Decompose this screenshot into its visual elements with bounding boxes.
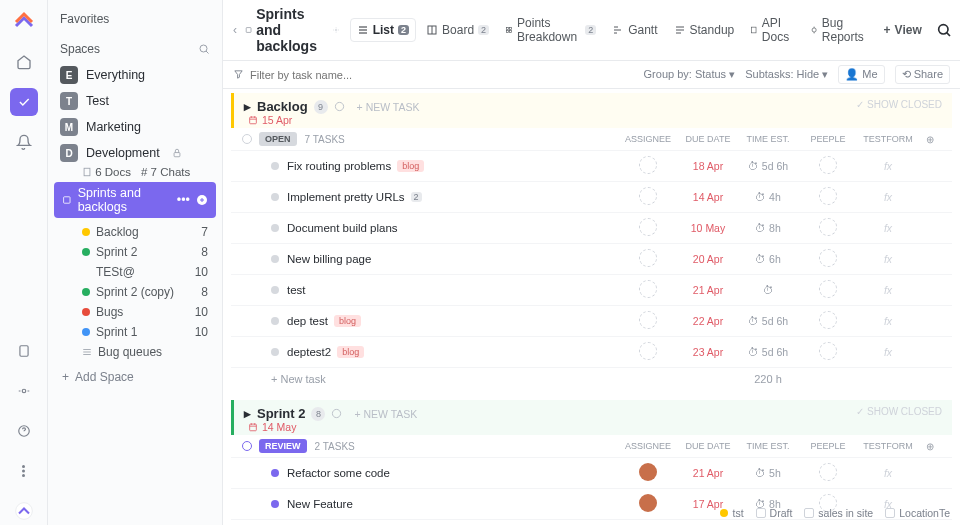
home-icon[interactable] — [10, 48, 38, 76]
space-marketing[interactable]: MMarketing — [54, 114, 216, 140]
svg-rect-19 — [752, 27, 756, 33]
task-row[interactable]: Fix routing problemsblog18 Apr⏱ 5d 6hfx — [231, 150, 952, 181]
svg-point-24 — [243, 135, 252, 144]
svg-point-27 — [243, 442, 252, 451]
new-task-row[interactable]: + New task13 h — [231, 519, 952, 525]
plus-icon — [196, 194, 208, 206]
svg-point-1 — [22, 389, 26, 393]
add-column-icon[interactable]: ⊕ — [918, 134, 942, 145]
backlog-date: 15 Apr — [244, 114, 942, 126]
svg-rect-16 — [510, 27, 512, 29]
task-row[interactable]: test21 Apr⏱fx — [231, 274, 952, 305]
svg-rect-10 — [64, 197, 70, 203]
list-item[interactable]: Sprint 28 — [54, 242, 216, 262]
chip-tst[interactable]: tst — [720, 507, 743, 519]
doc-icon[interactable] — [10, 337, 38, 365]
group-header: OPEN 7 TASKS ASSIGNEE DUE DATE TIME EST.… — [231, 128, 952, 150]
svg-point-22 — [335, 102, 343, 110]
space-development[interactable]: DDevelopment — [54, 140, 216, 166]
sidebar: Favorites Spaces EEverything TTest MMark… — [48, 0, 223, 525]
svg-rect-0 — [19, 346, 27, 357]
svg-point-21 — [938, 25, 947, 34]
filter-input[interactable] — [250, 69, 644, 81]
main: ‹ Sprints and backlogs List2 Board2 Poin… — [223, 0, 960, 525]
svg-point-5 — [22, 474, 25, 477]
me-button[interactable]: 👤 Me — [838, 65, 884, 84]
list-item[interactable]: Sprint 110 — [54, 322, 216, 342]
view-bugs[interactable]: Bug Reports — [804, 12, 874, 48]
add-space-button[interactable]: + Add Space — [54, 362, 216, 392]
svg-rect-18 — [510, 31, 512, 33]
task-row[interactable]: Implement pretty URLs214 Apr⏱ 4hfx — [231, 181, 952, 212]
more-icon: ••• — [177, 193, 190, 207]
chip-sales[interactable]: sales in site — [804, 507, 873, 519]
view-board[interactable]: Board2 — [420, 19, 495, 41]
app-icon[interactable] — [10, 497, 38, 525]
logo-icon — [10, 8, 38, 36]
filter-icon[interactable] — [233, 69, 244, 80]
svg-point-3 — [22, 465, 25, 468]
content: ▸Backlog9+ NEW TASK ✓ SHOW CLOSED 15 Apr… — [223, 89, 960, 525]
svg-rect-23 — [250, 117, 257, 124]
task-row[interactable]: dep testblog22 Apr⏱ 5d 6hfx — [231, 305, 952, 336]
view-points[interactable]: Points Breakdown2 — [499, 12, 602, 48]
subtasks-toggle[interactable]: Subtasks: Hide ▾ — [745, 68, 828, 81]
svg-rect-9 — [84, 168, 90, 176]
docs-chats[interactable]: 6 Docs # 7 Chats — [54, 166, 216, 178]
gear-icon — [333, 24, 339, 36]
collapse-icon[interactable]: ‹ — [233, 23, 237, 37]
svg-point-4 — [22, 470, 25, 473]
task-row[interactable]: deptest2blog23 Apr⏱ 5d 6hfx — [231, 336, 952, 367]
space-test[interactable]: TTest — [54, 88, 216, 114]
task-row[interactable]: New billing page20 Apr⏱ 6hfx — [231, 243, 952, 274]
add-column-icon[interactable]: ⊕ — [918, 441, 942, 452]
view-standup[interactable]: Standup — [668, 19, 741, 41]
section-backlog: ▸Backlog9+ NEW TASK ✓ SHOW CLOSED 15 Apr… — [231, 93, 952, 390]
svg-point-7 — [200, 45, 207, 52]
task-row[interactable]: Document build plans10 May⏱ 8hfx — [231, 212, 952, 243]
show-closed[interactable]: ✓ SHOW CLOSED — [856, 406, 942, 417]
favorites-label[interactable]: Favorites — [54, 8, 216, 30]
new-task-row[interactable]: + New task220 h — [231, 367, 952, 390]
svg-point-6 — [15, 503, 32, 520]
search-icon[interactable] — [936, 22, 952, 38]
svg-point-25 — [333, 409, 341, 417]
tasks-icon[interactable] — [10, 88, 38, 116]
list-item[interactable]: Bugs10 — [54, 302, 216, 322]
view-gantt[interactable]: Gantt — [606, 19, 663, 41]
bug-queues[interactable]: Bug queues — [54, 342, 216, 362]
backlog-title: Backlog — [257, 99, 308, 114]
svg-point-20 — [812, 28, 816, 32]
chip-draft[interactable]: Draft — [756, 507, 793, 519]
task-row[interactable]: Refactor some code21 Apr⏱ 5hfx — [231, 457, 952, 488]
space-everything[interactable]: EEverything — [54, 62, 216, 88]
add-view-button[interactable]: + View — [878, 19, 928, 41]
settings-icon[interactable] — [334, 101, 345, 112]
settings-icon[interactable] — [331, 408, 342, 419]
group-header-review: REVIEW 2 TASKS ASSIGNEE DUE DATE TIME ES… — [231, 435, 952, 457]
chip-location[interactable]: LocationTe — [885, 507, 950, 519]
svg-rect-17 — [506, 31, 508, 33]
new-task-button[interactable]: + NEW TASK — [354, 408, 417, 420]
spaces-label: Spaces — [60, 42, 100, 56]
bell-icon[interactable] — [10, 128, 38, 156]
list-item[interactable]: Sprint 2 (copy)8 — [54, 282, 216, 302]
new-task-button[interactable]: + NEW TASK — [357, 101, 420, 113]
selected-list[interactable]: Sprints and backlogs ••• — [54, 182, 216, 218]
share-button[interactable]: ⟲ Share — [895, 65, 950, 84]
group-by[interactable]: Group by: Status ▾ — [644, 68, 736, 81]
show-closed[interactable]: ✓ SHOW CLOSED — [856, 99, 942, 110]
pulse-icon[interactable] — [10, 377, 38, 405]
list-item[interactable]: Backlog7 — [54, 222, 216, 242]
svg-rect-26 — [250, 424, 257, 431]
sprint2-title: Sprint 2 — [257, 406, 305, 421]
more-icon[interactable] — [10, 457, 38, 485]
svg-rect-15 — [506, 27, 508, 29]
view-list[interactable]: List2 — [350, 18, 416, 42]
help-icon[interactable] — [10, 417, 38, 445]
view-api[interactable]: API Docs — [744, 12, 799, 48]
search-icon[interactable] — [198, 43, 210, 55]
svg-rect-12 — [246, 28, 251, 33]
sprint2-date: 14 May — [244, 421, 942, 433]
list-item[interactable]: TESt@10 — [54, 262, 216, 282]
